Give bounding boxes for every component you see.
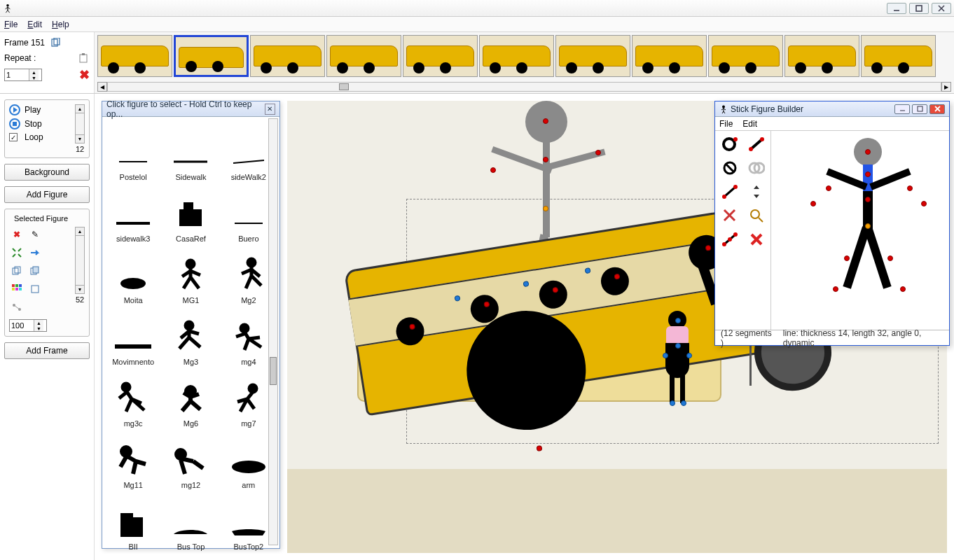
figure-item[interactable]: Mg11 [105, 429, 161, 489]
scale-input[interactable] [10, 320, 34, 331]
add-frame-button[interactable]: Add Frame [4, 342, 90, 359]
delete-figure-icon[interactable]: ✖ [9, 227, 25, 242]
figure-item[interactable]: Moita [105, 244, 161, 304]
sfb-menu-edit[interactable]: Edit [742, 119, 757, 129]
timeline-scroll-right[interactable]: ▶ [941, 82, 951, 92]
timeline-thumb[interactable] [97, 35, 172, 77]
sfb-menu-file[interactable]: File [719, 119, 733, 129]
timeline-thumb[interactable] [708, 35, 783, 77]
svg-rect-21 [12, 288, 15, 290]
fps-value: 12 [76, 145, 84, 153]
fps-slider[interactable]: ▲▼ [75, 104, 85, 144]
menu-edit[interactable]: Edit [27, 20, 42, 29]
sfb-tool-delete[interactable] [746, 230, 767, 248]
timeline-scrollbar[interactable]: ◀ ▶ [97, 82, 951, 92]
menu-file[interactable]: File [4, 20, 18, 29]
sfb-preview[interactable] [771, 131, 949, 330]
color-figure-icon[interactable] [9, 281, 25, 297]
repeat-up[interactable]: ▲ [29, 69, 39, 75]
scale-slider[interactable]: ▲▼ [75, 227, 85, 294]
timeline-thumb[interactable] [784, 35, 859, 77]
figure-palette-close-icon[interactable]: ✕ [265, 104, 275, 115]
figure-item[interactable]: Movimnento [105, 306, 161, 366]
svg-point-78 [733, 232, 738, 237]
timeline-thumb[interactable] [632, 35, 707, 77]
figure-item[interactable]: MG1 [163, 244, 219, 304]
timeline-thumb[interactable] [403, 35, 478, 77]
figure-item-label: arm [242, 481, 255, 489]
stop-button[interactable]: Stop [9, 118, 75, 130]
sfb-tool-nocircle[interactable] [719, 159, 740, 177]
timeline-thumb[interactable] [250, 35, 325, 77]
svg-rect-15 [15, 267, 20, 273]
svg-point-46 [232, 461, 265, 473]
add-figure-button[interactable]: Add Figure [4, 186, 90, 203]
sfb-tool-segment[interactable] [719, 183, 740, 201]
figure-item[interactable]: sidewalk3 [105, 183, 161, 243]
figure-item[interactable]: mg3c [105, 368, 161, 428]
duplicate-icon[interactable] [27, 281, 43, 297]
timeline-thumb[interactable] [479, 35, 554, 77]
canvas[interactable]: Click figure to select - Hold Ctrl to ke… [95, 94, 954, 560]
center-figure-icon[interactable] [9, 245, 25, 260]
menu-help[interactable]: Help [52, 20, 69, 29]
svg-point-40 [241, 325, 248, 332]
figure-item[interactable]: Mg3 [163, 306, 219, 366]
svg-rect-22 [15, 288, 18, 290]
figure-item-label: mg7 [241, 419, 256, 428]
svg-point-63 [760, 137, 764, 141]
timeline-scroll-knob[interactable] [339, 83, 349, 90]
svg-point-73 [751, 210, 759, 218]
sfb-tool-updown[interactable] [746, 183, 767, 201]
sfb-tool-split[interactable] [719, 230, 740, 248]
figure-item-label: MG1 [183, 296, 200, 304]
repeat-stepper[interactable]: ▲▼ [4, 69, 42, 81]
copy-frame-icon[interactable] [49, 36, 62, 49]
background-button[interactable]: Background [4, 164, 90, 181]
svg-rect-32 [179, 209, 202, 226]
figure-palette-scrollbar[interactable] [268, 118, 278, 545]
edit-figure-icon[interactable]: ✎ [27, 227, 43, 242]
copy-figure-icon[interactable] [9, 263, 25, 279]
join-icon[interactable] [9, 300, 25, 315]
window-close-button[interactable] [932, 3, 951, 14]
delete-frame-icon[interactable]: ✖ [79, 67, 90, 83]
window-minimize-button[interactable] [887, 3, 906, 14]
figure-item-label: Sidewalk [175, 173, 206, 181]
timeline-thumb[interactable] [174, 35, 249, 77]
sfb-tool-cut[interactable] [719, 206, 740, 225]
timeline-thumb[interactable] [555, 35, 630, 77]
sfb-tool-zoom[interactable] [746, 206, 767, 225]
timeline: ◀ ▶ [95, 32, 954, 93]
play-button[interactable]: Play [9, 104, 75, 115]
timeline-thumb[interactable] [326, 35, 401, 77]
figure-item[interactable]: mg12 [163, 429, 219, 489]
figure-item[interactable]: Postelol [105, 121, 161, 181]
paste-figure-icon[interactable] [27, 263, 43, 279]
repeat-down[interactable]: ▼ [29, 75, 39, 80]
window-maximize-button[interactable] [909, 3, 929, 14]
loop-checkbox[interactable]: Loop [9, 132, 75, 142]
figure-item[interactable]: Mg6 [163, 368, 219, 428]
sfb-tool-circle[interactable] [719, 135, 740, 153]
figure-item[interactable]: BII [105, 491, 161, 551]
sfb-tool-overlap[interactable] [746, 159, 767, 177]
timeline-thumb[interactable] [861, 35, 936, 77]
figure-item[interactable]: CasaRef [163, 183, 219, 243]
figure-item-label: Mg11 [123, 481, 143, 489]
sfb-close-button[interactable] [929, 104, 945, 114]
figure-item[interactable]: Sidewalk [163, 121, 219, 181]
paste-frame-icon[interactable] [77, 52, 90, 64]
svg-point-35 [120, 278, 146, 289]
sfb-maximize-button[interactable] [912, 104, 927, 114]
repeat-input[interactable] [5, 69, 29, 80]
svg-point-37 [248, 259, 255, 266]
svg-rect-23 [19, 288, 22, 290]
scale-stepper[interactable]: ▲▼ [9, 319, 47, 332]
timeline-scroll-left[interactable]: ◀ [97, 82, 107, 92]
sfb-tool-line[interactable] [746, 135, 767, 153]
svg-line-54 [724, 111, 725, 113]
figure-item[interactable]: Bus Top [163, 491, 219, 551]
sfb-minimize-button[interactable] [894, 104, 910, 114]
flip-figure-icon[interactable] [27, 245, 43, 260]
